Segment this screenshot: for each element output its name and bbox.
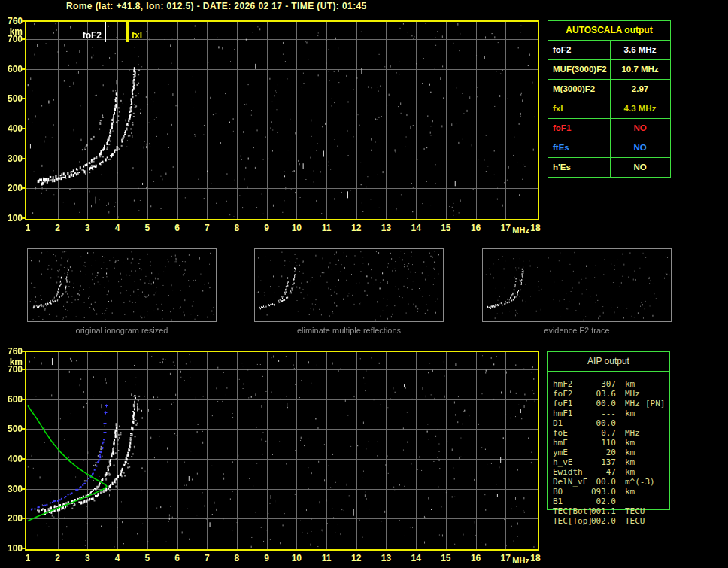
aip-row-label: D1 — [553, 418, 563, 428]
aip-row-unit: MHz — [625, 389, 640, 399]
autoscala-row-label: foF2 — [548, 41, 611, 59]
thumbnail-original-ionogram — [27, 248, 217, 322]
aip-row-label: ymE — [553, 448, 568, 457]
x-tick-label: 11 — [315, 553, 338, 563]
aip-row-unit: m^(-3) — [625, 477, 655, 487]
aip-row-unit: MHz — [625, 399, 640, 409]
y-tick-mark — [22, 68, 25, 70]
aip-row-d1: D100.0 — [547, 418, 670, 428]
autoscala-row-ftes: ftEsNO — [548, 138, 670, 158]
x-tick-label: 1 — [17, 223, 39, 233]
aip-row-foe: foE0.7MHz — [547, 428, 670, 438]
y-tick-mark — [22, 518, 25, 519]
aip-row-label: foE — [553, 428, 568, 438]
autoscala-row-value: NO — [611, 119, 669, 138]
x-tick-label: 2 — [47, 553, 69, 563]
x-tick-label: 15 — [435, 553, 457, 563]
aip-row-unit: TECU — [625, 516, 645, 526]
aip-row-label: foF2 — [553, 389, 573, 399]
autoscala-row-label: MUF(3000)F2 — [548, 60, 611, 79]
aip-row-value: 00.0 — [583, 399, 616, 409]
aip-table-title: AIP output — [548, 352, 669, 372]
x-tick-label: 5 — [136, 553, 159, 563]
y-tick-mark — [22, 488, 25, 490]
y-tick-label: 600 — [0, 394, 23, 405]
aip-row-label: Ewidth — [553, 467, 583, 477]
aip-row-unit: km — [625, 379, 635, 389]
aip-row-unit: km — [625, 467, 635, 477]
y-tick-mark — [22, 158, 25, 159]
aip-row-value: 00.0 — [583, 418, 616, 428]
x-tick-label: 14 — [405, 553, 427, 563]
aip-row-value: 0.7 — [583, 428, 616, 438]
y-tick-label: 200 — [0, 183, 23, 193]
autoscala-row-fof2: foF23.6 MHz — [548, 41, 670, 60]
aip-row-hve: h_vE137km — [547, 457, 670, 467]
autoscala-row-label: h'Es — [548, 158, 611, 177]
y-tick-label: 760 — [0, 346, 23, 357]
thumbnail-canvas-original — [28, 249, 216, 321]
y-tick-label: 100 — [0, 543, 23, 554]
ionogram-plot-profile — [25, 351, 539, 551]
aip-row-unit: km — [625, 448, 635, 457]
autoscala-row-label: fxI — [548, 99, 611, 118]
aip-row-yme: ymE20km — [547, 448, 670, 457]
aip-row-unit: km — [625, 438, 635, 448]
x-tick-label: 8 — [226, 223, 248, 233]
x-tick-label: 7 — [196, 553, 218, 563]
aip-row-b0: B0093.0km — [547, 487, 670, 497]
thumbnail-caption-evidence: evidence F2 trace — [482, 326, 672, 335]
aip-row-value: --- — [583, 409, 616, 418]
aip-row-value: 137 — [583, 457, 616, 467]
y-tick-mark — [22, 128, 25, 129]
x-tick-label: 12 — [345, 553, 368, 563]
autoscala-table-title: AUTOSCALA output — [548, 21, 670, 41]
aip-row-value: 110 — [583, 438, 616, 448]
y-tick-mark — [22, 217, 25, 219]
y-tick-mark — [22, 369, 25, 370]
y-axis-unit-label: km — [0, 357, 23, 367]
y-tick-mark — [22, 458, 25, 460]
x-tick-label: 6 — [166, 223, 189, 233]
aip-row-note: [PN] — [645, 399, 666, 409]
autoscala-window: Rome (lat: +41.8, lon: 012.5) - DATE: 20… — [0, 0, 728, 568]
autoscala-row-value: 4.3 MHz — [611, 99, 669, 118]
autoscala-row-m3000f2: M(3000)F22.97 — [548, 80, 670, 99]
aip-row-tectop: TEC[Top]002.0TECU — [547, 516, 670, 526]
aip-row-label: hmE — [553, 438, 568, 448]
x-tick-label: 2 — [47, 223, 69, 233]
x-tick-label: 14 — [405, 223, 427, 233]
aip-row-unit: TECU — [625, 506, 645, 516]
aip-row-value: 002.0 — [583, 516, 616, 526]
autoscala-row-label: ftEs — [548, 138, 611, 157]
autoscala-row-fof1: foF1NO — [548, 119, 670, 138]
x-tick-label: 3 — [76, 223, 99, 233]
thumbnail-evidence-f2 — [482, 248, 672, 322]
aip-row-value: 47 — [583, 467, 616, 477]
aip-row-value: 02.0 — [583, 497, 616, 506]
x-tick-label: 15 — [435, 223, 457, 233]
y-tick-label: 500 — [0, 93, 23, 104]
x-axis-unit-label: MHz — [512, 226, 529, 235]
aip-row-delnve: DelN_vE00.0m^(-3) — [547, 477, 670, 487]
y-tick-mark — [22, 428, 25, 430]
y-tick-label: 500 — [0, 424, 23, 434]
y-tick-mark — [22, 548, 25, 549]
aip-row-unit: km — [625, 487, 635, 497]
aip-row-value: 307 — [583, 379, 616, 389]
y-tick-mark — [22, 20, 25, 22]
autoscala-row-value: 2.97 — [611, 80, 669, 99]
y-tick-mark — [22, 351, 25, 352]
thumbnail-caption-reflections: eliminate multiple reflections — [254, 326, 444, 335]
aip-row-value: 001.1 — [583, 506, 616, 516]
x-tick-label: 16 — [465, 223, 487, 233]
autoscala-row-value: 10.7 MHz — [611, 60, 669, 79]
x-tick-label: 5 — [136, 223, 159, 233]
y-tick-mark — [22, 399, 25, 400]
x-tick-label: 7 — [196, 223, 218, 233]
autoscala-row-label: foF1 — [548, 119, 611, 138]
x-axis-unit-label: MHz — [512, 556, 529, 565]
page-title: Rome (lat: +41.8, lon: 012.5) - DATE: 20… — [66, 1, 367, 11]
y-tick-label: 200 — [0, 513, 23, 524]
x-tick-label: 10 — [285, 223, 308, 233]
